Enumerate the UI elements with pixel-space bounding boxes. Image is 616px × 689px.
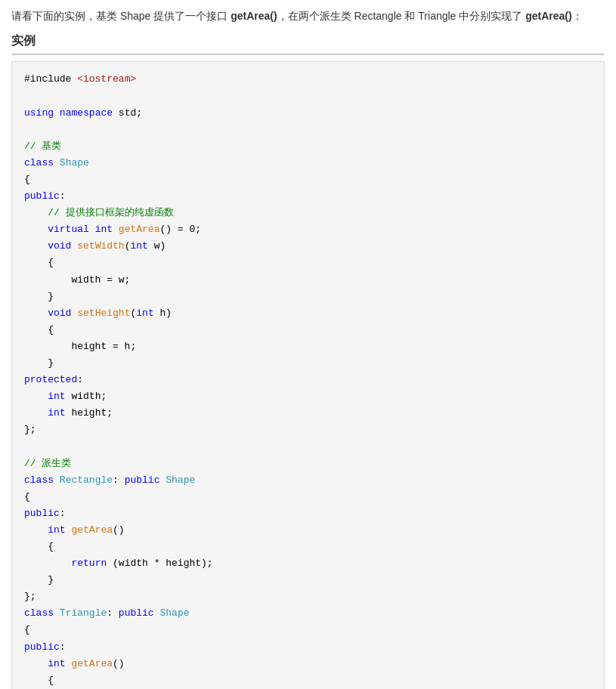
intro-text-2: ，在两个派生类 Rectangle 和 Triangle 中分别实现了 [277, 10, 526, 22]
intro-text-1: 请看下面的实例，基类 Shape 提供了一个接口 [11, 10, 231, 22]
code-block: #include <iostream> using namespace std;… [11, 61, 605, 689]
intro-paragraph: 请看下面的实例，基类 Shape 提供了一个接口 getArea()，在两个派生… [11, 8, 605, 24]
intro-method1: getArea() [231, 10, 277, 22]
intro-text-3: ： [572, 10, 583, 22]
intro-method2: getArea() [525, 10, 571, 22]
section-title: 实例 [11, 33, 605, 55]
